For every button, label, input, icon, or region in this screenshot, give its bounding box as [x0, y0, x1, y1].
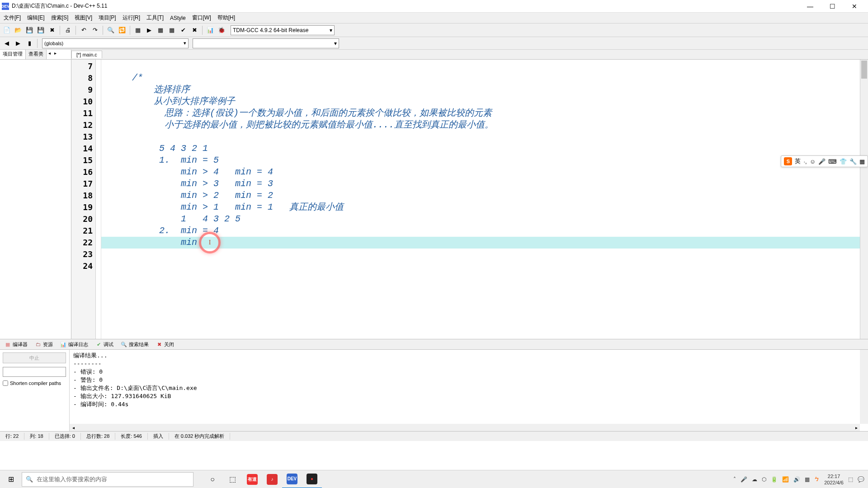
tray-sogou-icon[interactable]: ㄅ: [814, 475, 820, 483]
search-placeholder: 在这里输入你要搜索的内容: [37, 475, 107, 483]
compile-icon[interactable]: ▦: [133, 25, 143, 35]
debug-icon[interactable]: ✔: [178, 25, 188, 35]
tray-battery-icon[interactable]: 🔋: [771, 476, 778, 483]
status-col: 列: 18: [24, 433, 49, 440]
stop-button[interactable]: 中止: [3, 352, 66, 363]
tray-mic-icon[interactable]: 🎤: [741, 476, 747, 483]
tray-ime-icon[interactable]: ▦: [805, 476, 810, 483]
save-all-icon[interactable]: 💾: [36, 25, 46, 35]
task-view-icon[interactable]: ○: [203, 470, 222, 488]
app-icon: DEV: [2, 3, 9, 10]
scope-value: (globals): [44, 41, 63, 46]
tab-compiler[interactable]: ▦编译器: [2, 340, 30, 349]
ime-punct-icon[interactable]: ·,: [803, 158, 807, 165]
file-tab-main[interactable]: [*] main.c: [71, 51, 102, 58]
taskbar-clock[interactable]: 22:172022/4/6: [824, 473, 844, 486]
undo-icon[interactable]: ↶: [79, 25, 89, 35]
compiler-select-value: TDM-GCC 4.9.2 64-bit Release: [233, 27, 308, 33]
toolbar-main: 📄 📂 💾 💾 ✖ 🖨 ↶ ↷ 🔍 🔁 ▦ ▶ ▦ ▦ ✔ ✖ 📊 🐞 TDM-…: [0, 23, 868, 37]
tab-debug[interactable]: ✔调试: [93, 340, 116, 349]
forward-icon[interactable]: ▶: [13, 38, 23, 48]
output-vscroll[interactable]: [860, 350, 868, 424]
title-bar: DEV D:\桌面\C语言\C\main.c - Dev-C++ 5.11 — …: [0, 0, 868, 13]
menu-astyle[interactable]: AStyle: [167, 14, 189, 22]
status-bar: 行: 22 列: 18 已选择: 0 总行数: 28 长度: 546 插入 在 …: [0, 431, 868, 441]
app-devcpp[interactable]: DEV: [282, 470, 302, 488]
ime-lang[interactable]: 英: [795, 157, 801, 165]
cortana-icon[interactable]: ⬚: [222, 470, 242, 488]
tab-compile-log[interactable]: 📊编译日志: [57, 340, 91, 349]
tab-class-view[interactable]: 查看类: [26, 50, 47, 59]
stop-debug-icon[interactable]: ✖: [189, 25, 199, 35]
compile-output: 编译结果... -------- - 错误: 0 - 警告: 0 - 输出文件名…: [70, 350, 868, 410]
scope-select[interactable]: (globals) ▾: [42, 38, 189, 48]
menu-window[interactable]: 窗口[W]: [189, 13, 214, 23]
print-icon[interactable]: 🖨: [63, 25, 73, 35]
run-icon[interactable]: ▶: [144, 25, 154, 35]
menu-edit[interactable]: 编辑[E]: [24, 13, 47, 23]
redo-icon[interactable]: ↷: [90, 25, 100, 35]
sogou-logo-icon: S: [784, 157, 792, 165]
bookmark-icon[interactable]: ▮: [24, 38, 34, 48]
close-file-icon[interactable]: ✖: [47, 25, 57, 35]
ime-tool-icon[interactable]: 🔧: [849, 158, 857, 165]
menu-file[interactable]: 文件[F]: [1, 13, 24, 23]
tab-resources[interactable]: 🗀资源: [32, 340, 56, 349]
vertical-scrollbar[interactable]: [860, 60, 868, 339]
tray-bluetooth-icon[interactable]: ⬡: [762, 476, 766, 483]
menu-run[interactable]: 运行[R]: [120, 13, 143, 23]
open-file-icon[interactable]: 📂: [13, 25, 23, 35]
separator: [60, 26, 60, 35]
tray-wifi-icon[interactable]: 📶: [782, 476, 789, 483]
tray-onedrive-icon[interactable]: ☁: [752, 476, 757, 483]
shorten-paths-checkbox[interactable]: Shorten compiler paths: [3, 380, 66, 386]
taskbar-search[interactable]: 🔍 在这里输入你要搜索的内容: [22, 472, 193, 487]
output-hscroll[interactable]: ◂▸: [70, 424, 860, 431]
ime-skin-icon[interactable]: 👕: [840, 158, 847, 165]
left-nav-next[interactable]: ▸: [52, 50, 58, 59]
menu-help[interactable]: 帮助[H]: [215, 13, 238, 23]
minimize-button[interactable]: —: [803, 2, 817, 11]
tab-search-results[interactable]: 🔍搜索结果: [118, 340, 151, 349]
close-button[interactable]: ✕: [848, 2, 861, 11]
function-select[interactable]: ▾: [193, 38, 339, 48]
tab-project[interactable]: 项目管理: [0, 50, 26, 59]
start-button[interactable]: ⊞: [0, 470, 22, 488]
separator: [37, 39, 38, 48]
code-editor[interactable]: 789101112131415161718192021222324 /* 选择排…: [71, 60, 868, 339]
compile-run-icon[interactable]: ▦: [156, 25, 165, 35]
replace-icon[interactable]: 🔁: [117, 25, 127, 35]
tab-close[interactable]: ✖关闭: [153, 340, 177, 349]
menu-tools[interactable]: 工具[T]: [144, 13, 166, 23]
tray-chevron-icon[interactable]: ˄: [733, 476, 736, 483]
new-file-icon[interactable]: 📄: [2, 25, 12, 35]
menu-view[interactable]: 视图[V]: [72, 13, 95, 23]
app-recorder[interactable]: ●: [302, 470, 322, 488]
path-input[interactable]: [3, 367, 66, 377]
find-icon[interactable]: 🔍: [106, 25, 116, 35]
app-youdao[interactable]: 有道: [242, 470, 262, 488]
tray-app1-icon[interactable]: ⬚: [848, 476, 853, 483]
profile-icon[interactable]: 📊: [205, 25, 215, 35]
ime-emoji-icon[interactable]: ☺: [810, 158, 816, 165]
compiler-select[interactable]: TDM-GCC 4.9.2 64-bit Release ▾: [231, 25, 335, 35]
rebuild-icon[interactable]: ▦: [167, 25, 177, 35]
app-netease[interactable]: ♪: [262, 470, 282, 488]
status-total-lines: 总行数: 28: [81, 433, 115, 440]
code-area[interactable]: /* 选择排序 从小到大排序举例子 思路：选择(假设)一个数为最小值，和后面的元…: [101, 60, 868, 339]
ime-mic-icon[interactable]: 🎤: [818, 158, 826, 165]
search-icon: 🔍: [26, 476, 33, 483]
menu-project[interactable]: 项目[P]: [96, 13, 119, 23]
save-icon[interactable]: 💾: [24, 25, 34, 35]
ime-menu-icon[interactable]: ▦: [859, 158, 865, 165]
debug-bug-icon[interactable]: 🐞: [217, 25, 226, 35]
left-nav-prev[interactable]: ◂: [47, 50, 52, 59]
ime-keyboard-icon[interactable]: ⌨: [828, 158, 837, 165]
ime-bar[interactable]: S 英 ·, ☺ 🎤 ⌨ 👕 🔧 ▦: [781, 155, 868, 167]
back-icon[interactable]: ◀: [2, 38, 12, 48]
menu-search[interactable]: 搜索[S]: [48, 13, 71, 23]
bottom-tabs: ▦编译器 🗀资源 📊编译日志 ✔调试 🔍搜索结果 ✖关闭: [0, 339, 868, 350]
tray-notifications-icon[interactable]: 💬: [858, 476, 864, 483]
tray-volume-icon[interactable]: 🔊: [793, 476, 800, 483]
maximize-button[interactable]: ☐: [826, 2, 839, 11]
